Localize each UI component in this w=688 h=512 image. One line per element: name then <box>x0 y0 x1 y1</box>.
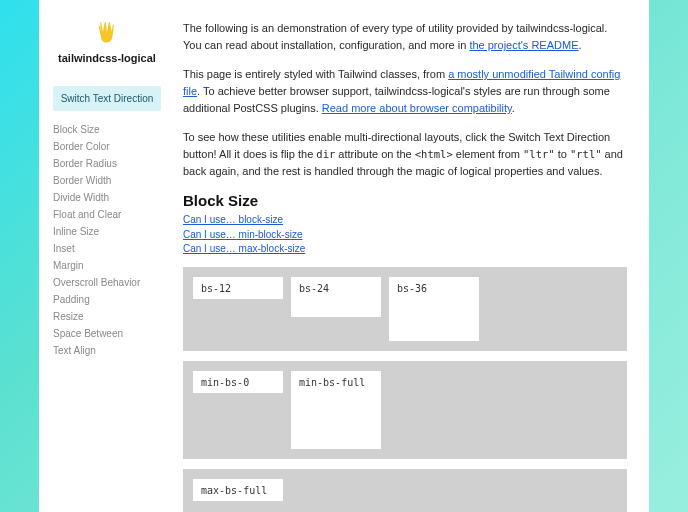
nav-inset[interactable]: Inset <box>53 240 161 257</box>
code-rtl: "rtl" <box>570 148 602 160</box>
nav-text-align[interactable]: Text Align <box>53 342 161 359</box>
box-min-bs-0: min-bs-0 <box>193 371 283 393</box>
box-min-bs-full: min-bs-full <box>291 371 381 449</box>
logo-block: tailwindcss-logical <box>53 20 161 64</box>
box-bs-12: bs-12 <box>193 277 283 299</box>
box-bs-36: bs-36 <box>389 277 479 341</box>
nav-border-width[interactable]: Border Width <box>53 172 161 189</box>
demo-block-size-3: max-bs-full <box>183 469 627 512</box>
nav-space-between[interactable]: Space Between <box>53 325 161 342</box>
heading-block-size: Block Size <box>183 192 627 209</box>
demo-block-size-1: bs-12 bs-24 bs-36 <box>183 267 627 351</box>
intro-block: The following is an demonstration of eve… <box>183 20 627 180</box>
nav-padding[interactable]: Padding <box>53 291 161 308</box>
caniuse-min-block-size[interactable]: Can I use… min-block-size <box>183 228 627 243</box>
intro-p2: This page is entirely styled with Tailwi… <box>183 66 627 117</box>
nav-overscroll[interactable]: Overscroll Behavior <box>53 274 161 291</box>
brand-name: tailwindcss-logical <box>53 52 161 64</box>
section-block-size: Block Size Can I use… block-size Can I u… <box>183 192 627 512</box>
main-content: The following is an demonstration of eve… <box>173 20 627 512</box>
switch-text-direction-button[interactable]: Switch Text Direction <box>53 86 161 111</box>
code-ltr: "ltr" <box>523 148 555 160</box>
demo-block-size-2: min-bs-0 min-bs-full <box>183 361 627 459</box>
intro-p3: To see how these utilities enable multi-… <box>183 129 627 180</box>
compat-link[interactable]: Read more about browser compatibility <box>322 102 512 114</box>
nav-divide-width[interactable]: Divide Width <box>53 189 161 206</box>
nav-border-color[interactable]: Border Color <box>53 138 161 155</box>
nav-inline-size[interactable]: Inline Size <box>53 223 161 240</box>
nav-border-radius[interactable]: Border Radius <box>53 155 161 172</box>
nav-margin[interactable]: Margin <box>53 257 161 274</box>
nav-block-size[interactable]: Block Size <box>53 121 161 138</box>
sidebar-nav: Block Size Border Color Border Radius Bo… <box>53 121 161 359</box>
box-bs-24: bs-24 <box>291 277 381 317</box>
box-max-bs-full: max-bs-full <box>193 479 283 501</box>
code-html: <html> <box>415 148 453 160</box>
nav-float-clear[interactable]: Float and Clear <box>53 206 161 223</box>
nav-resize[interactable]: Resize <box>53 308 161 325</box>
caniuse-max-block-size[interactable]: Can I use… max-block-size <box>183 242 627 257</box>
code-dir: dir <box>316 148 335 160</box>
readme-link[interactable]: the project's README <box>469 39 578 51</box>
sidebar: tailwindcss-logical Switch Text Directio… <box>53 20 173 512</box>
intro-p1: The following is an demonstration of eve… <box>183 20 627 54</box>
vulcan-hand-icon <box>93 20 121 48</box>
caniuse-block-size[interactable]: Can I use… block-size <box>183 213 627 228</box>
